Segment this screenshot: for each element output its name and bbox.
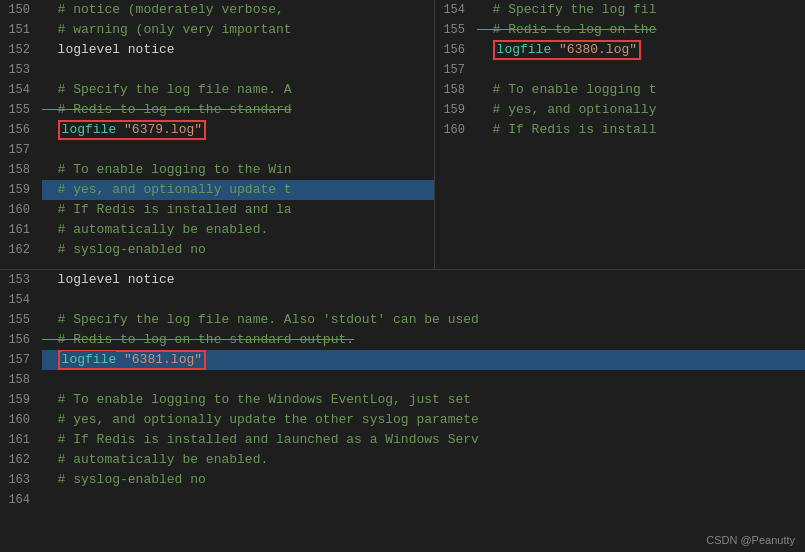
code-row: # automatically be enabled. bbox=[42, 450, 805, 470]
bottom-panel: 153 154 155 156 157 158 159 160 161 162 … bbox=[0, 270, 805, 552]
code-row: # automatically be enabled. bbox=[42, 220, 434, 240]
code-row: # warning (only very important bbox=[42, 20, 434, 40]
top-row: 150 151 152 153 154 155 156 157 158 159 … bbox=[0, 0, 805, 270]
code-row: # syslog-enabled no bbox=[42, 470, 805, 490]
line-numbers-top-right: 154 155 156 157 158 159 160 bbox=[435, 0, 473, 269]
code-row: # To enable logging to the Win bbox=[42, 160, 434, 180]
code-row bbox=[477, 60, 805, 80]
code-content-bottom: loglevel notice # Specify the log file n… bbox=[38, 270, 805, 552]
code-row: # Redis to log on the bbox=[477, 20, 805, 40]
code-row: # Redis to log on the standard output. bbox=[42, 330, 805, 350]
code-row: # If Redis is installed and la bbox=[42, 200, 434, 220]
code-row bbox=[42, 370, 805, 390]
code-row: # syslog-enabled no bbox=[42, 240, 434, 260]
code-row: # Specify the log file name. A bbox=[42, 80, 434, 100]
watermark: CSDN @Peanutty bbox=[706, 534, 795, 546]
code-row-logfile-6381: logfile "6381.log" bbox=[42, 350, 805, 370]
code-row: # If Redis is installed and launched as … bbox=[42, 430, 805, 450]
top-left-panel: 150 151 152 153 154 155 156 157 158 159 … bbox=[0, 0, 435, 269]
code-row: # Redis to log on the standard bbox=[42, 100, 434, 120]
code-row: # yes, and optionally bbox=[477, 100, 805, 120]
code-row: # Specify the log fil bbox=[477, 0, 805, 20]
code-row bbox=[42, 60, 434, 80]
top-right-panel: 154 155 156 157 158 159 160 # Specify th… bbox=[435, 0, 805, 269]
code-row: # notice (moderately verbose, bbox=[42, 0, 434, 20]
code-row: loglevel notice bbox=[42, 270, 805, 290]
code-row: # If Redis is install bbox=[477, 120, 805, 140]
code-row-specify: # Specify the log file name. Also 'stdou… bbox=[42, 310, 805, 330]
code-row bbox=[42, 490, 805, 510]
line-numbers-top-left: 150 151 152 153 154 155 156 157 158 159 … bbox=[0, 0, 38, 269]
code-row-logfile-6380: logfile "6380.log" bbox=[477, 40, 805, 60]
editor-area: 150 151 152 153 154 155 156 157 158 159 … bbox=[0, 0, 805, 552]
bottom-row: 153 154 155 156 157 158 159 160 161 162 … bbox=[0, 270, 805, 552]
code-content-top-left: # notice (moderately verbose, # warning … bbox=[38, 0, 434, 269]
code-row bbox=[42, 290, 805, 310]
code-row-logfile-6379: logfile "6379.log" bbox=[42, 120, 434, 140]
code-row: # To enable logging t bbox=[477, 80, 805, 100]
line-numbers-bottom: 153 154 155 156 157 158 159 160 161 162 … bbox=[0, 270, 38, 552]
code-row: # To enable logging to the Windows Event… bbox=[42, 390, 805, 410]
code-row bbox=[42, 140, 434, 160]
code-row-and: # yes, and optionally update the other s… bbox=[42, 410, 805, 430]
code-content-top-right: # Specify the log fil # Redis to log on … bbox=[473, 0, 805, 269]
code-row-highlighted: # yes, and optionally update t bbox=[42, 180, 434, 200]
code-row: loglevel notice bbox=[42, 40, 434, 60]
